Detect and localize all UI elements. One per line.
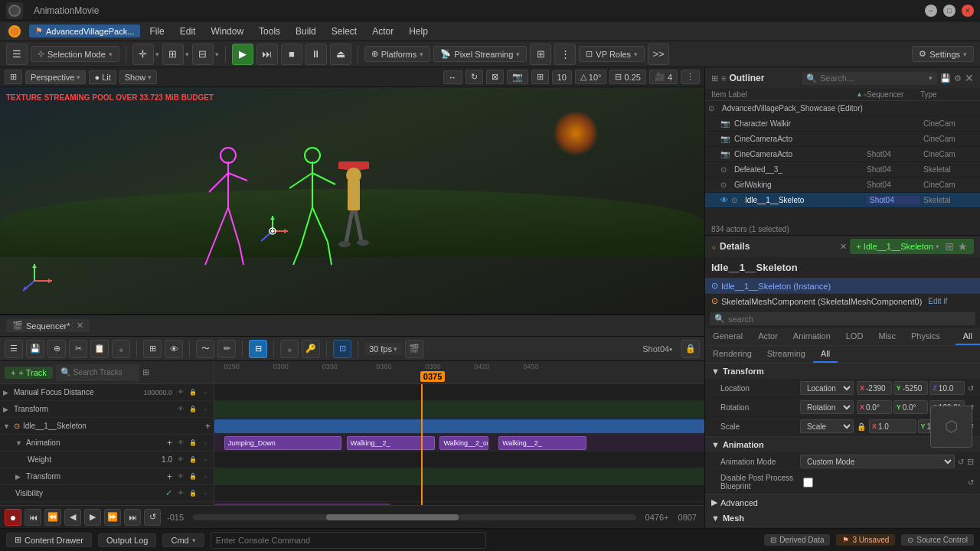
grid-snap-btn[interactable]: ⊞: [531, 70, 549, 84]
track-t2-key[interactable]: ⬦: [200, 471, 211, 482]
track-vis-key[interactable]: ⬦: [200, 488, 211, 499]
details-component-row[interactable]: ⊙ SkeletalMeshComponent (SkeletalMeshCom…: [705, 294, 980, 309]
clip-walking-2c[interactable]: Walking__2_: [498, 436, 586, 450]
seq-tab-close[interactable]: ✕: [77, 321, 83, 331]
platforms-button[interactable]: ⊕ Platforms ▾: [364, 46, 430, 62]
menu-build[interactable]: Build: [289, 24, 322, 38]
cmd-button[interactable]: Cmd ▾: [162, 533, 204, 547]
output-log-button[interactable]: Output Log: [98, 533, 156, 547]
vp-settings-btn[interactable]: ⋮: [681, 70, 700, 84]
track-skel-add[interactable]: +: [205, 421, 211, 432]
skip-end-button[interactable]: ⏭: [124, 509, 141, 526]
tab-actor[interactable]: Actor: [750, 328, 786, 345]
seq-copy-btn[interactable]: ⊕: [47, 340, 66, 358]
location-select[interactable]: Location: [800, 381, 854, 395]
grid-size-btn[interactable]: 10: [552, 70, 572, 84]
selection-mode-button[interactable]: ⊹ Selection Mode ▾: [31, 46, 119, 62]
timeline-scrollbar[interactable]: [193, 514, 636, 520]
close-button[interactable]: ✕: [962, 5, 974, 17]
playhead[interactable]: [421, 384, 423, 505]
track-wt-lock[interactable]: 🔒: [188, 455, 198, 465]
outliner-save-icon[interactable]: 💾: [940, 73, 951, 83]
hamburger-button[interactable]: ☰: [6, 44, 28, 65]
lit-button[interactable]: ● Lit: [89, 70, 116, 84]
tab-animation[interactable]: Animation: [786, 328, 838, 345]
stop-button[interactable]: ■: [281, 44, 302, 65]
clip-jumping-down[interactable]: Jumping_Down: [224, 436, 342, 450]
menu-help[interactable]: Help: [403, 24, 434, 38]
skip-start-button[interactable]: ⏮: [24, 509, 41, 526]
eject-button[interactable]: ⏏: [330, 44, 351, 65]
menu-select[interactable]: Select: [325, 24, 363, 38]
track-anim-add[interactable]: +: [167, 438, 172, 448]
sub-tab-rendering[interactable]: Rendering: [705, 346, 760, 363]
details-search-box[interactable]: 🔍: [710, 312, 975, 325]
track-lock-btn[interactable]: 🔒: [188, 387, 198, 398]
camera-btn[interactable]: 📷: [507, 70, 528, 84]
unsaved-button[interactable]: ⚑ 3 Unsaved: [836, 534, 895, 546]
project-name[interactable]: ⚑ AdvancedVillagePack...: [29, 24, 140, 37]
seq-record-btn[interactable]: ⊡: [333, 340, 351, 358]
track-animation[interactable]: ▼ Animation + 👁 🔒 ⬦: [0, 435, 214, 452]
settings-button[interactable]: ⚙ Settings ▾: [912, 46, 974, 62]
outliner-filter-icon[interactable]: ⊞: [711, 73, 718, 83]
disable-post-checkbox[interactable]: [803, 478, 813, 487]
track-vis-eye[interactable]: 👁: [175, 488, 186, 499]
menu-edit[interactable]: Edit: [174, 24, 202, 38]
sequencer-tab[interactable]: 🎬 Sequencer* ✕: [6, 319, 90, 332]
track-wt-key[interactable]: ⬦: [200, 455, 211, 465]
track-t1-eye[interactable]: 👁: [175, 404, 186, 415]
details-add-button[interactable]: + Idle__1__Skeleton ▾ ⊞ ★: [850, 239, 974, 254]
toolbar-expand-button[interactable]: >>: [648, 44, 669, 65]
pause-button[interactable]: ⏸: [305, 44, 327, 65]
scale-btn[interactable]: ⊠: [486, 70, 504, 84]
track-t2-add[interactable]: +: [167, 471, 172, 482]
tab-general[interactable]: General: [705, 328, 750, 345]
outliner-item-advpack[interactable]: ⊙ AdvancedVillagePack_Showcase (Editor): [705, 101, 980, 116]
track-t2-eye[interactable]: 👁: [175, 471, 186, 482]
translate-button[interactable]: ↔: [443, 70, 462, 84]
track-anim-lock[interactable]: 🔒: [188, 438, 198, 448]
outliner-item-cinecam-2[interactable]: 📷 CineCameraActo Shot04 CineCam: [705, 147, 980, 162]
anim-mode-expand[interactable]: ⊟: [967, 457, 974, 467]
scale-dropdown[interactable]: Scale: [800, 419, 854, 433]
viewport[interactable]: TEXTURE STREAMING POOL OVER 33.723 MiB B…: [0, 87, 704, 314]
snap-button[interactable]: ⊞: [162, 44, 184, 65]
show-button[interactable]: Show ▾: [119, 70, 158, 84]
menu-tools[interactable]: Tools: [253, 24, 286, 38]
step-back-button[interactable]: ⏪: [44, 509, 61, 526]
fps-display[interactable]: 30 fps ▾: [364, 343, 402, 355]
details-instance-row[interactable]: ⊙ Idle__1__Skeleton (Instance): [705, 279, 980, 294]
disable-post-reset[interactable]: ↺: [968, 478, 974, 487]
multiplayer-button[interactable]: ⊞: [530, 44, 551, 65]
outliner-item-cinecam-1[interactable]: 📷 CineCameraActo CineCam: [705, 132, 980, 147]
add-track-button[interactable]: + + Track: [5, 367, 53, 379]
track-t1-lock[interactable]: 🔒: [188, 404, 198, 415]
details-search-input[interactable]: [728, 315, 971, 324]
outliner-search-box[interactable]: 🔍 ▾: [802, 72, 937, 85]
advance-button[interactable]: ⏭: [256, 44, 278, 65]
vp-roles-button[interactable]: ⊡ VP Roles ▾: [579, 46, 645, 62]
track-wt-eye[interactable]: 👁: [175, 455, 186, 465]
seq-filter-btn[interactable]: ⊞: [143, 340, 162, 358]
track-visibility[interactable]: Visibility ✓ 👁 🔒 ⬦: [0, 485, 214, 502]
seq-menu-btn[interactable]: ☰: [5, 340, 23, 358]
details-close-btn[interactable]: ✕: [840, 242, 847, 252]
seq-render-btn[interactable]: 🎬: [405, 340, 423, 358]
rotation-select[interactable]: Rotation: [800, 400, 854, 414]
console-input[interactable]: [211, 532, 487, 549]
play-reverse-button[interactable]: ◀: [64, 509, 81, 526]
track-anim-eye[interactable]: 👁: [175, 438, 186, 448]
track-anim-key[interactable]: ⬦: [200, 438, 211, 448]
location-dropdown[interactable]: Location: [800, 381, 854, 395]
tab-misc[interactable]: Misc: [871, 328, 903, 345]
seq-paste-btn[interactable]: 📋: [90, 340, 109, 358]
grid-button[interactable]: ⊟: [192, 44, 214, 65]
menu-window[interactable]: Window: [204, 24, 250, 38]
outliner-settings-icon[interactable]: ⚙: [954, 73, 962, 83]
minimize-button[interactable]: −: [925, 5, 937, 17]
track-t2-lock[interactable]: 🔒: [188, 471, 198, 482]
sub-tab-all[interactable]: All: [813, 346, 838, 363]
scrollbar-thumb[interactable]: [326, 514, 459, 520]
cam-speed-btn[interactable]: 🎥 4: [649, 70, 678, 84]
